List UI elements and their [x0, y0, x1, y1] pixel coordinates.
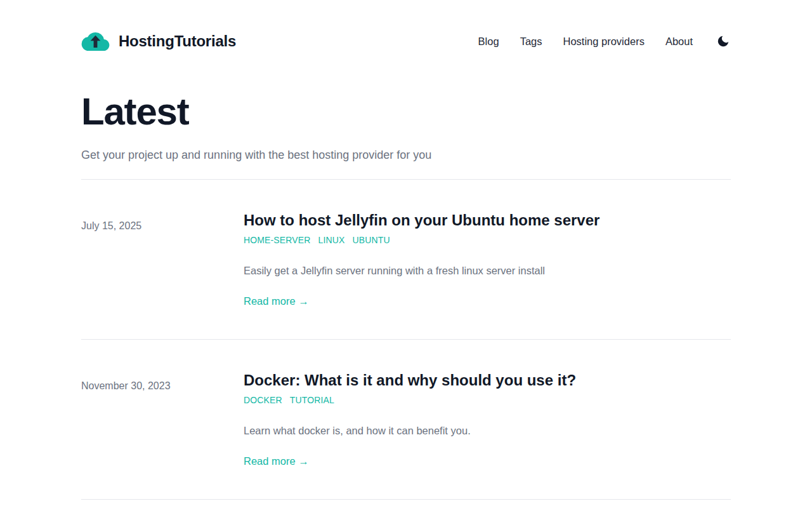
post-article: July 15, 2025 How to host Jellyfin on yo…	[81, 210, 731, 309]
post-title: Docker: What is it and why should you us…	[244, 370, 731, 391]
post-title: How to host Jellyfin on your Ubuntu home…	[244, 210, 731, 231]
post-title-link[interactable]: How to host Jellyfin on your Ubuntu home…	[244, 211, 599, 229]
site-logo-link[interactable]: HostingTutorials	[81, 32, 236, 51]
moon-icon	[716, 34, 730, 48]
post-title-link[interactable]: Docker: What is it and why should you us…	[244, 371, 576, 389]
nav-item-tags[interactable]: Tags	[520, 36, 542, 48]
post-tags: DOCKER TUTORIAL	[244, 394, 731, 407]
site-title: HostingTutorials	[119, 32, 236, 50]
theme-toggle-button[interactable]	[716, 34, 731, 49]
post-item: July 15, 2025 How to host Jellyfin on yo…	[81, 180, 731, 340]
nav-item-hosting-providers[interactable]: Hosting providers	[563, 36, 644, 48]
site-header: HostingTutorials Blog Tags Hosting provi…	[81, 0, 731, 51]
main-content: Latest Get your project up and running w…	[81, 51, 731, 500]
read-more-link[interactable]: Read more →	[244, 455, 309, 467]
tag-link[interactable]: TUTORIAL	[290, 394, 334, 407]
post-item: November 30, 2023 Docker: What is it and…	[81, 340, 731, 500]
tag-link[interactable]: LINUX	[318, 234, 345, 247]
post-tags: HOME-SERVER LINUX UBUNTU	[244, 234, 731, 247]
page-head: Latest Get your project up and running w…	[81, 51, 731, 180]
nav-item-about[interactable]: About	[665, 36, 693, 48]
post-list: July 15, 2025 How to host Jellyfin on yo…	[81, 180, 731, 500]
nav-item-blog[interactable]: Blog	[478, 36, 499, 48]
read-more-link[interactable]: Read more →	[244, 295, 309, 307]
tag-link[interactable]: UBUNTU	[352, 234, 390, 247]
post-date: November 30, 2023	[81, 370, 244, 394]
post-summary: Easily get a Jellyfin server running wit…	[244, 263, 731, 278]
page-title: Latest	[81, 93, 731, 131]
main-nav: Blog Tags Hosting providers About	[478, 34, 731, 49]
tag-link[interactable]: HOME-SERVER	[244, 234, 311, 247]
upload-cloud-icon	[81, 32, 110, 51]
tag-link[interactable]: DOCKER	[244, 394, 282, 407]
page-subtitle: Get your project up and running with the…	[81, 146, 731, 164]
post-article: November 30, 2023 Docker: What is it and…	[81, 370, 731, 469]
post-summary: Learn what docker is, and how it can ben…	[244, 423, 731, 438]
post-date: July 15, 2025	[81, 210, 244, 234]
